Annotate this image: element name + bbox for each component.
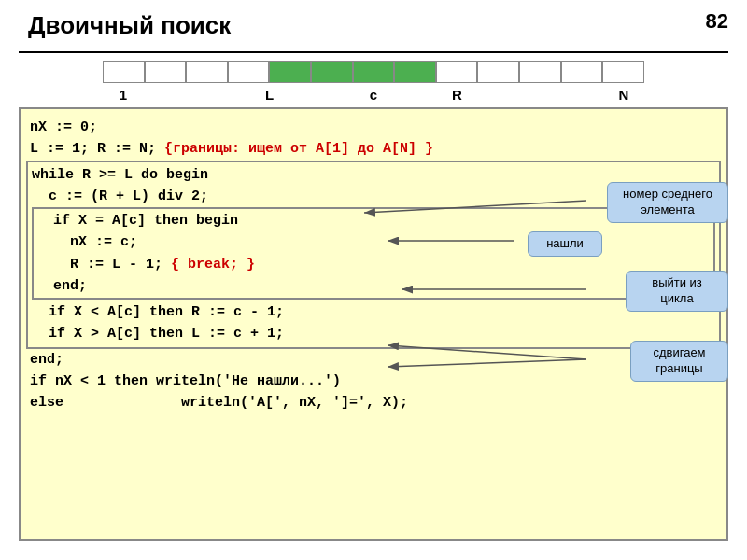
code-box: nX := 0; L := 1; R := N; {границы: ищем … xyxy=(19,107,728,541)
array-cell-8 xyxy=(394,61,436,83)
array-visualization: 1 L c R N xyxy=(103,61,644,105)
code-line-9: if X < A[c] then R := c - 1; xyxy=(32,301,715,323)
array-cell-10 xyxy=(477,61,519,83)
code-line-8: end; xyxy=(36,275,711,297)
title-divider xyxy=(19,51,728,53)
array-cell-9 xyxy=(436,61,478,83)
code-line-7: R := L - 1; { break; } xyxy=(36,254,711,275)
array-cell-4 xyxy=(228,61,270,83)
label-c: c xyxy=(370,87,377,103)
code-line-10: if X > A[c] then L := c + 1; xyxy=(32,323,715,344)
label-1: 1 xyxy=(120,87,127,103)
array-cell-6 xyxy=(311,61,353,83)
annotation-sdvigaem: сдвигаемграницы xyxy=(630,341,728,382)
array-cell-2 xyxy=(145,61,187,83)
page-title: Двоичный поиск xyxy=(28,11,231,40)
page-number: 82 xyxy=(706,9,728,34)
array-cell-7 xyxy=(353,61,395,83)
annotation-vyjti: выйти изцикла xyxy=(626,271,728,312)
array-cell-5 xyxy=(269,61,311,83)
array-cell-3 xyxy=(186,61,228,83)
code-line-1: nX := 0; xyxy=(30,117,717,138)
code-line-2: L := 1; R := N; {границы: ищем от A[1] д… xyxy=(30,138,717,160)
label-N: N xyxy=(619,87,629,103)
label-R: R xyxy=(452,87,462,103)
code-line-13: else writeln('A[', nX, ']=', X); xyxy=(30,392,717,413)
array-cell-1 xyxy=(103,61,145,83)
annotation-nashli: нашли xyxy=(528,231,602,257)
array-labels: 1 L c R N xyxy=(103,87,644,105)
array-cell-13 xyxy=(602,61,644,83)
code-line-6: nX := c; xyxy=(36,231,711,253)
array-cells xyxy=(103,61,644,83)
label-L: L xyxy=(265,87,274,103)
array-cell-11 xyxy=(519,61,561,83)
code-line-11: end; xyxy=(30,349,717,371)
code-line-12: if nX < 1 then writeln('Не нашли...') xyxy=(30,371,717,392)
annotation-nomer: номер среднегоэлемента xyxy=(607,182,728,223)
array-cell-12 xyxy=(561,61,603,83)
